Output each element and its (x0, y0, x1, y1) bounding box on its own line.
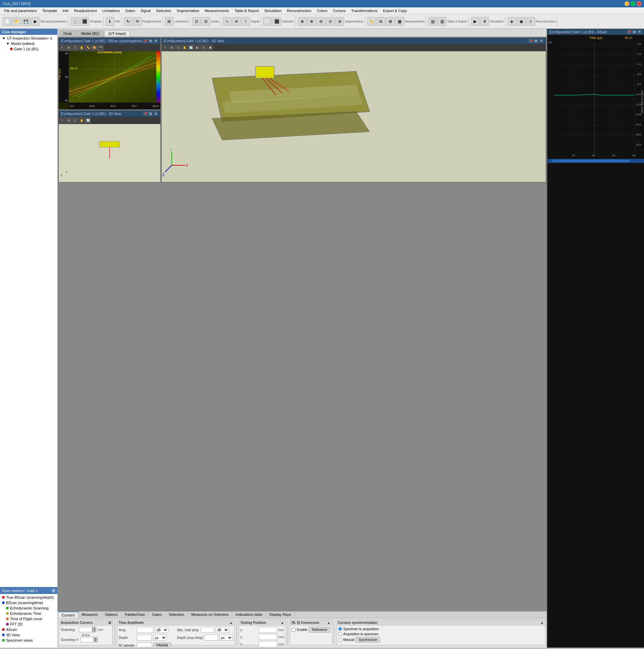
bottom-tab-cursors[interactable]: Cursors (58, 611, 79, 618)
view3d-small-pin-btn[interactable]: 📌 (143, 111, 148, 116)
scanning-up[interactable]: ▲ (92, 627, 96, 630)
z-input[interactable]: 54.79 (258, 641, 277, 647)
amp-unit-select[interactable]: dB (155, 627, 168, 633)
view3d-small-max-btn[interactable]: ⊞ (148, 111, 153, 116)
menu-readjustment[interactable]: Readjustment (72, 8, 99, 13)
toolbar-recon3[interactable]: ◊ (526, 17, 535, 26)
testing-pos-expand[interactable]: ▲ (280, 621, 284, 624)
ascan-close-btn[interactable]: ✕ (637, 30, 642, 34)
depth-input[interactable]: 59.17 (137, 635, 152, 641)
specimen-to-acq-label[interactable]: Specimen to acquisition (338, 627, 379, 631)
toolbar-template1[interactable]: ⬚ (71, 17, 80, 26)
depth-max-input[interactable]: 53.56 (205, 635, 218, 641)
bscan-close-btn[interactable]: ✕ (154, 39, 158, 43)
manual-radio[interactable] (338, 638, 342, 642)
scanning-down[interactable]: ▼ (92, 630, 96, 632)
param-button[interactable]: PARAM (153, 643, 171, 647)
toolbar-seg1[interactable]: ⊕ (298, 17, 307, 26)
bscan-pin-btn[interactable]: 📌 (143, 39, 148, 43)
view3d-large-tb5[interactable]: 🔄 (188, 45, 194, 51)
minimize-button[interactable]: – (625, 1, 629, 6)
view3d-large-tb1[interactable]: ↖ (162, 45, 168, 51)
view3d-large-tb3[interactable]: ⊡ (175, 45, 181, 51)
scan-item-fft[interactable]: FFT 2D (1, 621, 57, 627)
scanning-n-down[interactable]: ▼ (93, 640, 97, 642)
toolbar-gates2[interactable]: ⊟ (202, 17, 210, 26)
x-input[interactable]: 234.79 (258, 627, 277, 633)
scan-item-true-bscan[interactable]: True BScan (scanning/depth) (1, 595, 57, 600)
bottom-tab-indications[interactable]: Indications table (233, 611, 266, 618)
menu-template[interactable]: Template (40, 8, 60, 13)
bscan-tb-zoom[interactable]: ⊞ (66, 45, 72, 51)
view3d-small-tb1[interactable]: ↖ (59, 117, 66, 123)
maximize-button[interactable]: □ (631, 1, 635, 6)
scan-item-ascan[interactable]: AScan (1, 627, 57, 632)
toolbar-meas1[interactable]: 📏 (367, 17, 376, 26)
menu-export[interactable]: Export & Copy (380, 8, 409, 13)
view3d-small-tb5[interactable]: 🔄 (85, 117, 91, 123)
toolbar-lim1[interactable]: ⊞ (165, 17, 173, 26)
bottom-tab-measures[interactable]: Measures (79, 611, 102, 618)
n-sample-input[interactable]: 2,175 (137, 642, 152, 647)
toolbar-sel1[interactable]: ⬜ (263, 17, 272, 26)
toolbar-seg4[interactable]: ⊙ (326, 17, 335, 26)
specimen-to-acq-radio[interactable] (338, 627, 342, 631)
toolbar-readj1[interactable]: ↻ (124, 17, 132, 26)
scan-list[interactable]: True BScan (scanning/depth) BScan (scann… (0, 594, 57, 648)
acq-to-specimen-radio[interactable] (338, 632, 342, 636)
bscan-tb-cursor[interactable]: ↖ (59, 45, 66, 51)
view3d-large-tb2[interactable]: ⊞ (169, 45, 175, 51)
view3d-small-tb4[interactable]: ✋ (79, 117, 84, 123)
desk-tab-model[interactable]: Model (B1) (77, 30, 104, 37)
menu-gates[interactable]: Gates (122, 8, 137, 13)
tree-item-simulation[interactable]: ▼ UT-Inspection Simulation~1 (1, 36, 57, 41)
close-button[interactable]: ✕ (637, 1, 641, 6)
view3d-small-close-btn[interactable]: ✕ (154, 111, 158, 116)
scan-item-3dview[interactable]: 3D View (1, 632, 57, 638)
toolbar-seg2[interactable]: ⊗ (307, 17, 316, 26)
manual-label[interactable]: Manual (338, 638, 355, 642)
menu-measurements[interactable]: Measurements (202, 8, 232, 13)
toolbar-new[interactable]: 📄 (3, 17, 11, 26)
desk-tab-desk[interactable]: Desk (59, 30, 76, 37)
view3d-large-tb4[interactable]: ✋ (182, 45, 188, 51)
toolbar-gates1[interactable]: ⊡ (192, 17, 201, 26)
toolbar-meas2[interactable]: ⧉ (377, 17, 386, 26)
menu-file[interactable]: File and parameters (1, 8, 40, 13)
menu-transformations[interactable]: Transformations (349, 8, 380, 13)
y-input[interactable]: 50 (258, 634, 277, 640)
acq-to-specimen-label[interactable]: Acquisition to specimen (338, 632, 379, 636)
r-theta-expand[interactable]: ▲ (327, 621, 330, 624)
scan-item-specimen[interactable]: Specimen views (1, 638, 57, 643)
bscan-max-btn[interactable]: ⊞ (148, 39, 153, 43)
toolbar-sig3[interactable]: ⌇ (241, 17, 250, 26)
bottom-tab-measures-sel[interactable]: Measures on Selection (188, 611, 233, 618)
menu-reconstruction[interactable]: Reconstruction (284, 8, 314, 13)
toolbar-tbl2[interactable]: ▥ (438, 17, 446, 26)
view3d-small-tb3[interactable]: ⊡ (72, 117, 78, 123)
ascan-pin-btn[interactable]: 📌 (627, 30, 631, 34)
toolbar-save[interactable]: 💾 (22, 17, 30, 26)
bscan-tb-screenshot[interactable]: 📷 (97, 45, 104, 51)
bscan-tb-measure[interactable]: 📏 (85, 45, 91, 51)
bottom-tab-options[interactable]: Options (102, 611, 121, 618)
view3d-large-close-btn[interactable]: ✕ (539, 39, 544, 43)
toolbar-seg3[interactable]: ⊘ (317, 17, 325, 26)
bscan-tb-fit[interactable]: ⊡ (72, 45, 78, 51)
view3d-large-pin-btn[interactable]: 📌 (528, 39, 533, 43)
ascan-max-btn[interactable]: ⊞ (632, 30, 637, 34)
tree-item-gate[interactable]: Gate 1 (z) (B1) (1, 46, 57, 52)
scanning-input[interactable]: 50 (79, 627, 92, 632)
menu-info[interactable]: Info (60, 8, 71, 13)
synchronize-button[interactable]: Synchronize (356, 637, 380, 643)
acq-expand-btn[interactable]: ⊞ (108, 621, 111, 624)
view3d-large-tb6[interactable]: ▶ (194, 45, 200, 51)
menu-segmentation[interactable]: Segmentation (174, 8, 202, 13)
view3d-large-tb8[interactable]: ⏹ (207, 45, 213, 51)
bottom-tab-palette[interactable]: Palette/Gain (121, 611, 149, 618)
toolbar-recon2[interactable]: ◉ (517, 17, 526, 26)
bscan-tb-pan[interactable]: ✋ (79, 45, 84, 51)
ascan-content[interactable]: TIME (µs) 59.17 co 0.0 2.0 4.0 6.0 8.0 1… (548, 35, 644, 648)
time-amp-expand[interactable]: ▲ (230, 621, 233, 624)
depth-max-unit-select[interactable]: µs (219, 635, 233, 641)
